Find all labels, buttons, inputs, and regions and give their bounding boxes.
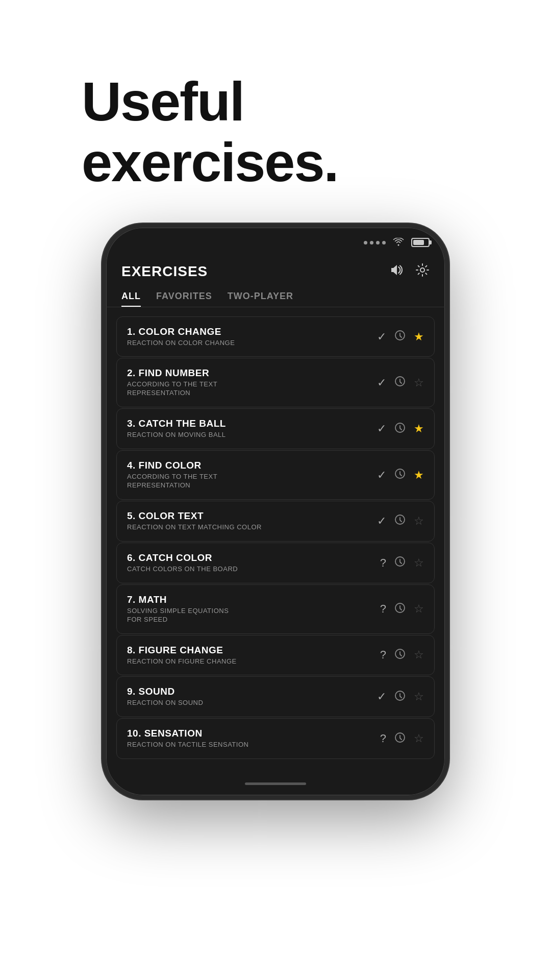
- exercise-item-9[interactable]: 9. SOUND REACTION ON SOUND ✓ ☆: [116, 676, 435, 717]
- header-icons: [391, 263, 430, 281]
- exercise-text: 6. CATCH COLOR CATCH COLORS ON THE BOARD: [127, 552, 373, 574]
- exercise-sub: ACCORDING TO THE TEXTREPRESENTATION: [127, 473, 370, 490]
- wifi-icon: [393, 237, 404, 249]
- exercise-text: 10. SENSATION REACTION ON TACTILE SENSAT…: [127, 728, 373, 749]
- sound-icon[interactable]: [391, 263, 405, 280]
- history-icon[interactable]: [394, 376, 406, 389]
- app-header: EXERCISES: [106, 253, 445, 286]
- battery-icon: [411, 238, 430, 247]
- exercise-item-1[interactable]: 1. COLOR CHANGE REACTION ON COLOR CHANGE…: [116, 316, 435, 357]
- history-icon[interactable]: [394, 514, 406, 528]
- question-icon: ?: [380, 602, 386, 616]
- exercise-sub: ACCORDING TO THE TEXTREPRESENTATION: [127, 380, 370, 398]
- exercise-actions: ? ☆: [380, 602, 424, 616]
- check-icon: ✓: [377, 376, 386, 389]
- star-empty-icon[interactable]: ☆: [414, 602, 424, 616]
- exercise-name: 3. CATCH THE BALL: [127, 418, 370, 429]
- history-icon[interactable]: [394, 732, 406, 746]
- exercise-text: 4. FIND COLOR ACCORDING TO THE TEXTREPRE…: [127, 460, 370, 490]
- star-empty-icon[interactable]: ☆: [414, 648, 424, 662]
- exercise-name: 8. FIGURE CHANGE: [127, 645, 373, 656]
- hero-title: Useful exercises.: [0, 0, 551, 224]
- history-icon[interactable]: [394, 690, 406, 704]
- settings-icon[interactable]: [415, 263, 430, 281]
- exercise-actions: ✓ ★: [377, 468, 424, 482]
- history-icon[interactable]: [394, 602, 406, 616]
- check-icon: ✓: [377, 514, 386, 528]
- star-filled-icon[interactable]: ★: [414, 330, 424, 344]
- star-empty-icon[interactable]: ☆: [414, 556, 424, 570]
- exercise-text: 3. CATCH THE BALL REACTION ON MOVING BAL…: [127, 418, 370, 439]
- exercise-text: 9. SOUND REACTION ON SOUND: [127, 686, 370, 707]
- exercise-text: 7. MATH SOLVING SIMPLE EQUATIONSFOR SPEE…: [127, 594, 373, 624]
- exercise-sub: REACTION ON FIGURE CHANGE: [127, 657, 373, 666]
- exercise-actions: ✓ ☆: [377, 514, 424, 528]
- exercise-text: 8. FIGURE CHANGE REACTION ON FIGURE CHAN…: [127, 645, 373, 666]
- svg-point-0: [420, 268, 424, 272]
- check-icon: ✓: [377, 690, 386, 703]
- exercise-actions: ✓ ★: [377, 422, 424, 436]
- status-bar: [106, 228, 445, 253]
- exercise-item-2[interactable]: 2. FIND NUMBER ACCORDING TO THE TEXTREPR…: [116, 358, 435, 407]
- exercise-actions: ? ☆: [380, 648, 424, 662]
- check-icon: ✓: [377, 330, 386, 344]
- star-empty-icon[interactable]: ☆: [414, 376, 424, 389]
- history-icon[interactable]: [394, 422, 406, 436]
- check-icon: ✓: [377, 469, 386, 482]
- home-indicator: [106, 774, 445, 795]
- question-icon: ?: [380, 648, 386, 662]
- star-empty-icon[interactable]: ☆: [414, 732, 424, 745]
- exercise-name: 10. SENSATION: [127, 728, 373, 739]
- exercise-text: 5. COLOR TEXT REACTION ON TEXT MATCHING …: [127, 510, 370, 532]
- phone-wrapper: EXERCISES ALL FAVORITES: [102, 224, 449, 800]
- tab-all[interactable]: ALL: [121, 291, 141, 307]
- exercise-name: 7. MATH: [127, 594, 373, 605]
- exercise-item-10[interactable]: 10. SENSATION REACTION ON TACTILE SENSAT…: [116, 718, 435, 759]
- check-icon: ✓: [377, 422, 386, 435]
- exercise-sub: REACTION ON MOVING BALL: [127, 431, 370, 439]
- exercise-sub: CATCH COLORS ON THE BOARD: [127, 565, 373, 574]
- exercise-item-6[interactable]: 6. CATCH COLOR CATCH COLORS ON THE BOARD…: [116, 543, 435, 583]
- question-icon: ?: [380, 556, 386, 570]
- exercise-item-7[interactable]: 7. MATH SOLVING SIMPLE EQUATIONSFOR SPEE…: [116, 584, 435, 634]
- tab-two-player[interactable]: TWO-PLAYER: [228, 291, 293, 307]
- phone-frame: EXERCISES ALL FAVORITES: [102, 224, 449, 800]
- star-empty-icon[interactable]: ☆: [414, 690, 424, 703]
- exercise-item-4[interactable]: 4. FIND COLOR ACCORDING TO THE TEXTREPRE…: [116, 450, 435, 500]
- history-icon[interactable]: [394, 648, 406, 662]
- exercise-sub: SOLVING SIMPLE EQUATIONSFOR SPEED: [127, 607, 373, 624]
- history-icon[interactable]: [394, 556, 406, 570]
- signal-dots: [364, 241, 386, 244]
- history-icon[interactable]: [394, 468, 406, 482]
- exercise-text: 2. FIND NUMBER ACCORDING TO THE TEXTREPR…: [127, 368, 370, 398]
- exercise-name: 9. SOUND: [127, 686, 370, 697]
- exercise-name: 6. CATCH COLOR: [127, 552, 373, 564]
- history-icon[interactable]: [394, 330, 406, 344]
- star-empty-icon[interactable]: ☆: [414, 514, 424, 528]
- star-filled-icon[interactable]: ★: [414, 422, 424, 435]
- exercise-list: 1. COLOR CHANGE REACTION ON COLOR CHANGE…: [106, 312, 445, 775]
- exercise-sub: REACTION ON SOUND: [127, 699, 370, 707]
- exercise-item-8[interactable]: 8. FIGURE CHANGE REACTION ON FIGURE CHAN…: [116, 635, 435, 676]
- exercise-actions: ? ☆: [380, 556, 424, 570]
- tabs-bar: ALL FAVORITES TWO-PLAYER: [106, 286, 445, 307]
- question-icon: ?: [380, 732, 386, 745]
- exercise-item-3[interactable]: 3. CATCH THE BALL REACTION ON MOVING BAL…: [116, 408, 435, 449]
- exercise-name: 2. FIND NUMBER: [127, 368, 370, 379]
- exercise-name: 1. COLOR CHANGE: [127, 326, 370, 337]
- app-title: EXERCISES: [121, 263, 208, 280]
- star-filled-icon[interactable]: ★: [414, 469, 424, 482]
- exercise-actions: ✓ ☆: [377, 376, 424, 389]
- tab-favorites[interactable]: FAVORITES: [156, 291, 212, 307]
- exercise-name: 5. COLOR TEXT: [127, 510, 370, 522]
- exercise-actions: ✓ ★: [377, 330, 424, 344]
- exercise-actions: ? ☆: [380, 732, 424, 746]
- exercise-actions: ✓ ☆: [377, 690, 424, 704]
- exercise-text: 1. COLOR CHANGE REACTION ON COLOR CHANGE: [127, 326, 370, 348]
- exercise-name: 4. FIND COLOR: [127, 460, 370, 471]
- exercise-sub: REACTION ON COLOR CHANGE: [127, 339, 370, 348]
- exercise-sub: REACTION ON TEXT MATCHING COLOR: [127, 523, 370, 532]
- exercise-sub: REACTION ON TACTILE SENSATION: [127, 741, 373, 749]
- exercise-item-5[interactable]: 5. COLOR TEXT REACTION ON TEXT MATCHING …: [116, 501, 435, 542]
